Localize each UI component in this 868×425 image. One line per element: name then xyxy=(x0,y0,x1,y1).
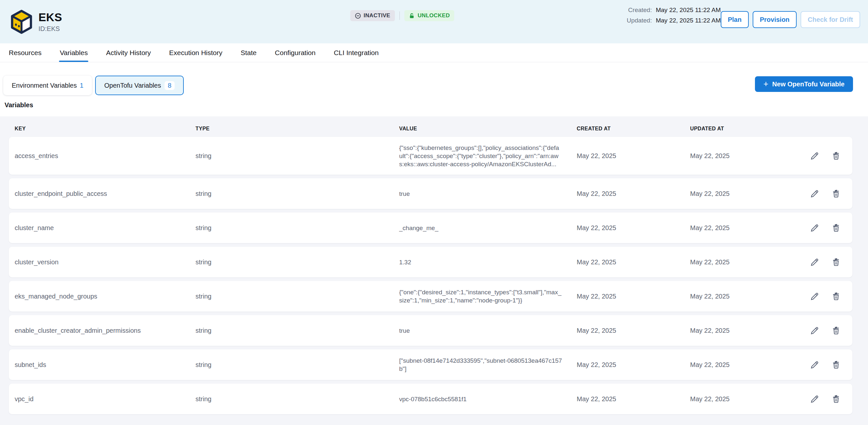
variable-key: subnet_ids xyxy=(15,361,195,369)
variable-type: string xyxy=(195,327,399,334)
variable-type: string xyxy=(195,361,399,369)
variable-type-switcher: Environment Variables 1 OpenTofu Variabl… xyxy=(0,75,868,95)
variable-created-at: May 22, 2025 xyxy=(577,259,690,266)
tab-configuration[interactable]: Configuration xyxy=(275,43,316,62)
delete-variable-button[interactable] xyxy=(831,325,841,336)
column-header-updated-at: UPDATED AT xyxy=(690,126,788,132)
variable-created-at: May 22, 2025 xyxy=(577,293,690,300)
edit-variable-button[interactable] xyxy=(809,151,820,161)
subtab-opentofu-variables[interactable]: OpenTofu Variables 8 xyxy=(95,75,184,95)
edit-variable-button[interactable] xyxy=(809,222,820,233)
edit-variable-button[interactable] xyxy=(809,360,820,370)
variable-created-at: May 22, 2025 xyxy=(577,152,690,160)
delete-variable-button[interactable] xyxy=(831,257,841,267)
delete-variable-button[interactable] xyxy=(831,222,841,233)
variable-type: string xyxy=(195,293,399,300)
pencil-icon xyxy=(810,292,819,301)
variable-updated-at: May 22, 2025 xyxy=(690,361,788,369)
pencil-icon xyxy=(810,326,819,335)
tab-execution-history[interactable]: Execution History xyxy=(169,43,222,62)
variable-updated-at: May 22, 2025 xyxy=(690,293,788,300)
updated-label: Updated: xyxy=(627,17,652,24)
environment-header: EKS ID:EKS INACTIVE UNLOCKED Created: Ma… xyxy=(0,0,868,43)
variable-type: string xyxy=(195,224,399,232)
variable-updated-at: May 22, 2025 xyxy=(690,327,788,334)
variable-value: ["subnet-08f14e7142d333595","subnet-0680… xyxy=(399,357,568,373)
pencil-icon xyxy=(810,394,819,404)
variable-created-at: May 22, 2025 xyxy=(577,224,690,232)
status-badge: INACTIVE xyxy=(350,10,395,21)
trash-icon xyxy=(831,292,841,301)
column-header-value: VALUE xyxy=(399,126,577,132)
timestamps: Created: May 22, 2025 11:22 AM Updated: … xyxy=(627,6,721,24)
created-value: May 22, 2025 11:22 AM xyxy=(656,6,721,14)
column-header-created-at: CREATED AT xyxy=(577,126,690,132)
variable-key: cluster_name xyxy=(15,224,195,232)
variable-value: _change_me_ xyxy=(399,224,568,232)
edit-variable-button[interactable] xyxy=(809,188,820,199)
variables-table: KEY TYPE VALUE CREATED AT UPDATED AT acc… xyxy=(0,116,868,425)
delete-variable-button[interactable] xyxy=(831,360,841,370)
edit-variable-button[interactable] xyxy=(809,291,820,301)
main-tabs: Resources Variables Activity History Exe… xyxy=(0,43,868,62)
variable-key: cluster_endpoint_public_access xyxy=(15,190,195,198)
delete-variable-button[interactable] xyxy=(831,188,841,199)
variable-updated-at: May 22, 2025 xyxy=(690,224,788,232)
tab-state[interactable]: State xyxy=(241,43,256,62)
new-opentofu-variable-button[interactable]: + New OpenTofu Variable xyxy=(755,76,853,92)
edit-variable-button[interactable] xyxy=(809,257,820,267)
variable-key: access_entries xyxy=(15,152,195,160)
pencil-icon xyxy=(810,360,819,370)
lock-status-badge: UNLOCKED xyxy=(404,10,455,21)
trash-icon xyxy=(831,151,841,161)
column-header-type: TYPE xyxy=(195,126,399,132)
minus-circle-icon xyxy=(355,13,361,19)
table-row: cluster_name string _change_me_ May 22, … xyxy=(9,212,852,243)
variable-type: string xyxy=(195,190,399,198)
table-row: access_entries string {"sso":{"kubernete… xyxy=(9,137,852,175)
variable-created-at: May 22, 2025 xyxy=(577,395,690,403)
subtab-environment-variables[interactable]: Environment Variables 1 xyxy=(3,75,92,95)
check-for-drift-button[interactable]: Check for Drift xyxy=(801,11,860,28)
delete-variable-button[interactable] xyxy=(831,151,841,161)
pencil-icon xyxy=(810,151,819,161)
opentofu-variables-count: 8 xyxy=(164,81,175,90)
section-title: Variables xyxy=(5,101,868,109)
environment-variables-count: 1 xyxy=(80,82,84,89)
variable-updated-at: May 22, 2025 xyxy=(690,259,788,266)
variable-type: string xyxy=(195,259,399,266)
trash-icon xyxy=(831,257,841,267)
edit-variable-button[interactable] xyxy=(809,325,820,336)
variable-value: {"sso":{"kubernetes_groups":[],"policy_a… xyxy=(399,144,568,168)
tab-activity-history[interactable]: Activity History xyxy=(106,43,151,62)
delete-variable-button[interactable] xyxy=(831,291,841,301)
variable-key: enable_cluster_creator_admin_permissions xyxy=(15,327,195,334)
variable-key: cluster_version xyxy=(15,259,195,266)
edit-variable-button[interactable] xyxy=(809,394,820,404)
table-row: eks_managed_node_groups string {"one":{"… xyxy=(9,281,852,311)
plus-icon: + xyxy=(764,80,768,88)
table-row: enable_cluster_creator_admin_permissions… xyxy=(9,315,852,346)
table-header-row: KEY TYPE VALUE CREATED AT UPDATED AT xyxy=(9,116,852,137)
trash-icon xyxy=(831,394,841,404)
tab-resources[interactable]: Resources xyxy=(9,43,41,62)
tab-cli-integration[interactable]: CLI Integration xyxy=(334,43,379,62)
trash-icon xyxy=(831,326,841,335)
pencil-icon xyxy=(810,257,819,267)
variable-key: vpc_id xyxy=(15,395,195,403)
plan-button[interactable]: Plan xyxy=(721,11,749,28)
variable-created-at: May 22, 2025 xyxy=(577,361,690,369)
variable-value: 1.32 xyxy=(399,258,568,266)
variable-type: string xyxy=(195,395,399,403)
table-row: cluster_version string 1.32 May 22, 2025… xyxy=(9,247,852,277)
variable-key: eks_managed_node_groups xyxy=(15,293,195,300)
pencil-icon xyxy=(810,189,819,199)
trash-icon xyxy=(831,189,841,199)
tab-variables[interactable]: Variables xyxy=(60,43,88,62)
trash-icon xyxy=(831,223,841,233)
variable-updated-at: May 22, 2025 xyxy=(690,190,788,198)
table-row: cluster_endpoint_public_access string tr… xyxy=(9,178,852,209)
provision-button[interactable]: Provision xyxy=(753,11,797,28)
header-actions: Plan Provision Check for Drift xyxy=(721,11,860,28)
delete-variable-button[interactable] xyxy=(831,394,841,404)
